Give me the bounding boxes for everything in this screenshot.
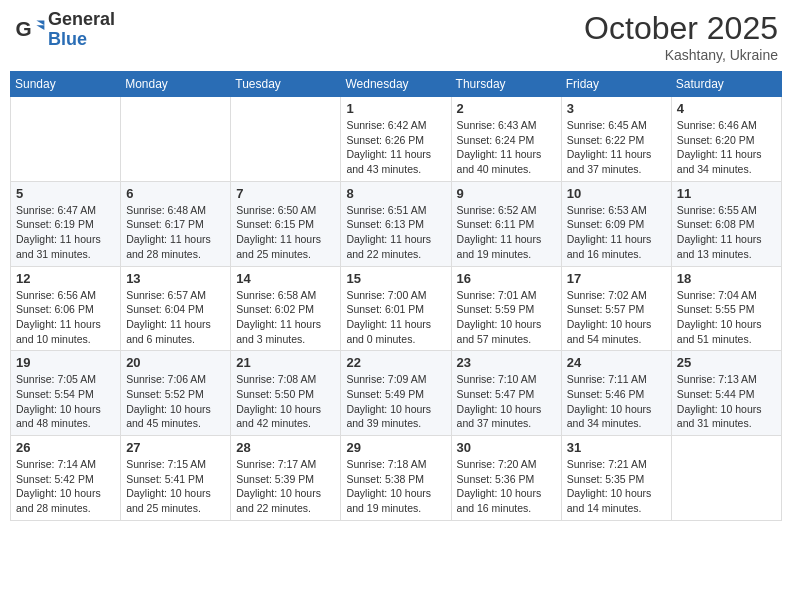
calendar-cell: 2Sunrise: 6:43 AM Sunset: 6:24 PM Daylig…: [451, 97, 561, 182]
calendar-cell: 8Sunrise: 6:51 AM Sunset: 6:13 PM Daylig…: [341, 181, 451, 266]
calendar-cell: 24Sunrise: 7:11 AM Sunset: 5:46 PM Dayli…: [561, 351, 671, 436]
calendar-cell: 20Sunrise: 7:06 AM Sunset: 5:52 PM Dayli…: [121, 351, 231, 436]
day-info: Sunrise: 6:56 AM Sunset: 6:06 PM Dayligh…: [16, 288, 115, 347]
calendar-cell: 11Sunrise: 6:55 AM Sunset: 6:08 PM Dayli…: [671, 181, 781, 266]
day-number: 4: [677, 101, 776, 116]
day-info: Sunrise: 7:05 AM Sunset: 5:54 PM Dayligh…: [16, 372, 115, 431]
calendar-week-4: 19Sunrise: 7:05 AM Sunset: 5:54 PM Dayli…: [11, 351, 782, 436]
day-info: Sunrise: 7:11 AM Sunset: 5:46 PM Dayligh…: [567, 372, 666, 431]
day-number: 15: [346, 271, 445, 286]
calendar-cell: 18Sunrise: 7:04 AM Sunset: 5:55 PM Dayli…: [671, 266, 781, 351]
logo-icon: G: [14, 14, 46, 46]
calendar-cell: 4Sunrise: 6:46 AM Sunset: 6:20 PM Daylig…: [671, 97, 781, 182]
day-info: Sunrise: 7:18 AM Sunset: 5:38 PM Dayligh…: [346, 457, 445, 516]
calendar-week-2: 5Sunrise: 6:47 AM Sunset: 6:19 PM Daylig…: [11, 181, 782, 266]
day-number: 25: [677, 355, 776, 370]
calendar-cell: 19Sunrise: 7:05 AM Sunset: 5:54 PM Dayli…: [11, 351, 121, 436]
day-number: 21: [236, 355, 335, 370]
day-info: Sunrise: 7:06 AM Sunset: 5:52 PM Dayligh…: [126, 372, 225, 431]
weekday-header-friday: Friday: [561, 72, 671, 97]
calendar-cell: 27Sunrise: 7:15 AM Sunset: 5:41 PM Dayli…: [121, 436, 231, 521]
weekday-header-saturday: Saturday: [671, 72, 781, 97]
day-number: 16: [457, 271, 556, 286]
day-number: 13: [126, 271, 225, 286]
day-number: 11: [677, 186, 776, 201]
svg-marker-1: [36, 20, 44, 25]
calendar-table: SundayMondayTuesdayWednesdayThursdayFrid…: [10, 71, 782, 521]
day-number: 26: [16, 440, 115, 455]
svg-marker-2: [36, 25, 44, 30]
day-info: Sunrise: 6:47 AM Sunset: 6:19 PM Dayligh…: [16, 203, 115, 262]
day-info: Sunrise: 7:10 AM Sunset: 5:47 PM Dayligh…: [457, 372, 556, 431]
page-header: G General Blue October 2025 Kashtany, Uk…: [10, 10, 782, 63]
day-number: 29: [346, 440, 445, 455]
day-number: 10: [567, 186, 666, 201]
day-number: 14: [236, 271, 335, 286]
calendar-cell: 21Sunrise: 7:08 AM Sunset: 5:50 PM Dayli…: [231, 351, 341, 436]
weekday-header-wednesday: Wednesday: [341, 72, 451, 97]
calendar-cell: 31Sunrise: 7:21 AM Sunset: 5:35 PM Dayli…: [561, 436, 671, 521]
day-number: 30: [457, 440, 556, 455]
day-info: Sunrise: 6:55 AM Sunset: 6:08 PM Dayligh…: [677, 203, 776, 262]
day-number: 9: [457, 186, 556, 201]
calendar-cell: 10Sunrise: 6:53 AM Sunset: 6:09 PM Dayli…: [561, 181, 671, 266]
day-info: Sunrise: 7:15 AM Sunset: 5:41 PM Dayligh…: [126, 457, 225, 516]
day-number: 7: [236, 186, 335, 201]
day-number: 18: [677, 271, 776, 286]
day-info: Sunrise: 6:43 AM Sunset: 6:24 PM Dayligh…: [457, 118, 556, 177]
day-info: Sunrise: 7:01 AM Sunset: 5:59 PM Dayligh…: [457, 288, 556, 347]
calendar-cell: 14Sunrise: 6:58 AM Sunset: 6:02 PM Dayli…: [231, 266, 341, 351]
calendar-cell: 6Sunrise: 6:48 AM Sunset: 6:17 PM Daylig…: [121, 181, 231, 266]
day-number: 6: [126, 186, 225, 201]
calendar-cell: 25Sunrise: 7:13 AM Sunset: 5:44 PM Dayli…: [671, 351, 781, 436]
day-number: 3: [567, 101, 666, 116]
location-subtitle: Kashtany, Ukraine: [584, 47, 778, 63]
day-number: 8: [346, 186, 445, 201]
calendar-cell: 17Sunrise: 7:02 AM Sunset: 5:57 PM Dayli…: [561, 266, 671, 351]
calendar-cell: [121, 97, 231, 182]
day-number: 17: [567, 271, 666, 286]
day-number: 2: [457, 101, 556, 116]
calendar-cell: 15Sunrise: 7:00 AM Sunset: 6:01 PM Dayli…: [341, 266, 451, 351]
calendar-cell: 1Sunrise: 6:42 AM Sunset: 6:26 PM Daylig…: [341, 97, 451, 182]
calendar-cell: 30Sunrise: 7:20 AM Sunset: 5:36 PM Dayli…: [451, 436, 561, 521]
calendar-week-3: 12Sunrise: 6:56 AM Sunset: 6:06 PM Dayli…: [11, 266, 782, 351]
day-info: Sunrise: 7:17 AM Sunset: 5:39 PM Dayligh…: [236, 457, 335, 516]
day-info: Sunrise: 6:57 AM Sunset: 6:04 PM Dayligh…: [126, 288, 225, 347]
day-info: Sunrise: 7:00 AM Sunset: 6:01 PM Dayligh…: [346, 288, 445, 347]
calendar-cell: 3Sunrise: 6:45 AM Sunset: 6:22 PM Daylig…: [561, 97, 671, 182]
day-info: Sunrise: 6:53 AM Sunset: 6:09 PM Dayligh…: [567, 203, 666, 262]
weekday-header-sunday: Sunday: [11, 72, 121, 97]
day-number: 28: [236, 440, 335, 455]
day-info: Sunrise: 7:14 AM Sunset: 5:42 PM Dayligh…: [16, 457, 115, 516]
day-info: Sunrise: 6:51 AM Sunset: 6:13 PM Dayligh…: [346, 203, 445, 262]
logo-text: General Blue: [48, 10, 115, 50]
day-info: Sunrise: 6:58 AM Sunset: 6:02 PM Dayligh…: [236, 288, 335, 347]
day-info: Sunrise: 6:48 AM Sunset: 6:17 PM Dayligh…: [126, 203, 225, 262]
calendar-cell: 26Sunrise: 7:14 AM Sunset: 5:42 PM Dayli…: [11, 436, 121, 521]
day-number: 12: [16, 271, 115, 286]
calendar-cell: [11, 97, 121, 182]
day-number: 1: [346, 101, 445, 116]
day-info: Sunrise: 7:02 AM Sunset: 5:57 PM Dayligh…: [567, 288, 666, 347]
day-info: Sunrise: 7:08 AM Sunset: 5:50 PM Dayligh…: [236, 372, 335, 431]
day-info: Sunrise: 7:09 AM Sunset: 5:49 PM Dayligh…: [346, 372, 445, 431]
calendar-cell: 28Sunrise: 7:17 AM Sunset: 5:39 PM Dayli…: [231, 436, 341, 521]
calendar-cell: 23Sunrise: 7:10 AM Sunset: 5:47 PM Dayli…: [451, 351, 561, 436]
day-number: 5: [16, 186, 115, 201]
calendar-cell: 5Sunrise: 6:47 AM Sunset: 6:19 PM Daylig…: [11, 181, 121, 266]
day-info: Sunrise: 6:52 AM Sunset: 6:11 PM Dayligh…: [457, 203, 556, 262]
calendar-cell: 13Sunrise: 6:57 AM Sunset: 6:04 PM Dayli…: [121, 266, 231, 351]
calendar-week-1: 1Sunrise: 6:42 AM Sunset: 6:26 PM Daylig…: [11, 97, 782, 182]
calendar-cell: 22Sunrise: 7:09 AM Sunset: 5:49 PM Dayli…: [341, 351, 451, 436]
calendar-cell: 12Sunrise: 6:56 AM Sunset: 6:06 PM Dayli…: [11, 266, 121, 351]
svg-text:G: G: [16, 17, 32, 40]
day-number: 22: [346, 355, 445, 370]
calendar-cell: [671, 436, 781, 521]
day-number: 19: [16, 355, 115, 370]
calendar-cell: 7Sunrise: 6:50 AM Sunset: 6:15 PM Daylig…: [231, 181, 341, 266]
day-info: Sunrise: 6:46 AM Sunset: 6:20 PM Dayligh…: [677, 118, 776, 177]
calendar-cell: [231, 97, 341, 182]
logo-blue: Blue: [48, 30, 115, 50]
day-number: 27: [126, 440, 225, 455]
